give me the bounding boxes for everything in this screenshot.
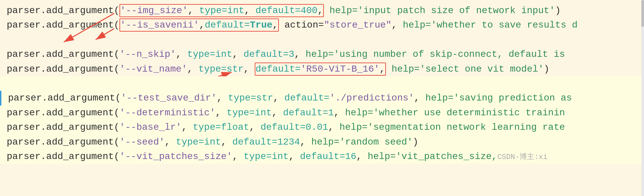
- code-val: default=True: [205, 20, 273, 30]
- code-text: ,: [334, 108, 345, 118]
- code-text: ,: [215, 108, 227, 118]
- code-type: type=str: [228, 93, 273, 103]
- watermark: CSDN-博主:xi: [497, 153, 548, 161]
- code-text: action=: [279, 20, 324, 30]
- code-line-4: parser.add_argument('--n_skip', type=int…: [0, 47, 644, 62]
- code-text: ,: [188, 5, 199, 16]
- code-text: ,: [176, 49, 187, 60]
- code-text: ,: [272, 108, 283, 118]
- code-line-7: parser.add_argument('--test_save_dir', t…: [0, 91, 644, 105]
- code-text: ,: [244, 64, 255, 74]
- code-text: ,: [328, 122, 340, 132]
- code-text: parser.add_argument(: [7, 108, 119, 118]
- code-text: ,: [187, 64, 199, 74]
- code-help: help='whether to save results d: [403, 20, 578, 30]
- code-line-2: parser.add_argument('--is_savenii',defau…: [0, 18, 644, 32]
- code-help: help='input patch size of network input': [330, 5, 555, 16]
- code-type: type=float: [193, 122, 249, 132]
- code-text: [386, 64, 392, 74]
- code-help: help='segmentation network learning rate: [339, 122, 565, 132]
- code-str: 'R50-ViT-B_16': [301, 64, 380, 74]
- code-val: default=0.01: [260, 122, 328, 132]
- code-text: parser.add_argument(: [7, 5, 119, 16]
- code-str: '--vit_name': [119, 64, 187, 74]
- code-text: ,: [221, 137, 233, 147]
- code-type: type=int: [176, 137, 221, 147]
- code-text: ,: [244, 5, 256, 16]
- code-text: ): [544, 64, 549, 74]
- code-str: '--seed': [119, 137, 164, 147]
- code-help: help='select one vit model': [392, 64, 544, 74]
- code-text: parser.add_argument(: [8, 93, 121, 103]
- redbox-2: '--is_savenii',default=True,: [119, 18, 279, 32]
- code-type: type=int: [187, 49, 232, 60]
- code-line-6: [0, 76, 644, 91]
- code-str: "store_true": [324, 20, 392, 30]
- code-text: ): [413, 137, 418, 147]
- code-text: ,: [356, 151, 368, 162]
- code-text: ,: [232, 49, 244, 60]
- code-text: ,: [294, 49, 306, 60]
- redbox-1: '--img_size', type=int, default=400,: [119, 4, 324, 17]
- code-text: ,: [273, 93, 285, 103]
- redbox-3: default='R50-ViT-B_16',: [255, 63, 386, 76]
- code-text: ,: [300, 137, 311, 147]
- scrollbar-thumb[interactable]: [641, 0, 644, 27]
- code-val: default=16: [300, 151, 356, 162]
- code-str: '--img_size': [120, 5, 188, 16]
- code-help: help='whether use deterministic trainin: [345, 108, 565, 118]
- code-str: '--base_lr': [119, 122, 182, 132]
- code-line-5: parser.add_argument('--vit_name', type=s…: [0, 62, 644, 76]
- code-text: ,: [249, 122, 261, 132]
- code-text: [324, 5, 330, 16]
- code-text: ,: [164, 137, 176, 147]
- code-text: ,: [199, 20, 205, 30]
- code-text: parser.add_argument(: [7, 64, 119, 74]
- code-text: parser.add_argument(: [7, 137, 119, 147]
- code-str: '--n_skip': [119, 49, 176, 60]
- code-text: parser.add_argument(: [7, 151, 119, 162]
- code-val: default=1234: [232, 137, 300, 147]
- code-line-1: parser.add_argument('--img_size', type=i…: [0, 3, 644, 18]
- code-type: type=int: [199, 5, 244, 16]
- code-text: parser.add_argument(: [7, 122, 119, 132]
- code-line-11: parser.add_argument('--vit_patches_size'…: [0, 149, 644, 164]
- code-str: '--deterministic': [119, 108, 215, 118]
- code-text: ): [555, 5, 561, 16]
- code-type: type=int: [227, 108, 271, 118]
- code-text: ,: [289, 151, 300, 162]
- code-text: ,: [392, 20, 403, 30]
- code-type: type=str: [198, 64, 243, 74]
- code-help: help='vit_patches_size,: [367, 151, 497, 162]
- code-val: default=400: [255, 5, 317, 16]
- code-str: '--vit_patches_size': [119, 151, 232, 162]
- code-text: ,: [414, 93, 426, 103]
- code-val: default=: [255, 64, 300, 74]
- scrollbar[interactable]: [641, 0, 644, 196]
- code-text: ,: [217, 93, 228, 103]
- code-line-10: parser.add_argument('--seed', type=int, …: [0, 135, 644, 149]
- code-help: help='saving prediction as: [425, 93, 572, 103]
- code-str: '--is_savenii': [120, 20, 199, 30]
- code-text: ,: [232, 151, 244, 162]
- code-help: help='random seed': [311, 137, 412, 147]
- code-text: ,: [317, 5, 323, 16]
- code-text: parser.add_argument(: [7, 20, 119, 30]
- code-text: ,: [380, 64, 385, 74]
- code-text: ,: [182, 122, 193, 132]
- code-str: './predictions': [330, 93, 414, 103]
- code-type: type=int: [244, 151, 289, 162]
- code-val: default=: [284, 93, 329, 103]
- code-text: parser.add_argument(: [7, 49, 119, 60]
- code-help: help='using number of skip-connect, defa…: [306, 49, 565, 60]
- code-val: default=3: [244, 49, 294, 60]
- code-line-3: [0, 33, 644, 47]
- code-text: ,: [273, 20, 278, 30]
- code-container: parser.add_argument('--img_size', type=i…: [0, 0, 644, 196]
- code-line-9: parser.add_argument('--base_lr', type=fl…: [0, 120, 644, 134]
- code-val: default=1: [283, 108, 334, 118]
- code-line-8: parser.add_argument('--deterministic', t…: [0, 106, 644, 120]
- code-str: '--test_save_dir': [121, 93, 217, 103]
